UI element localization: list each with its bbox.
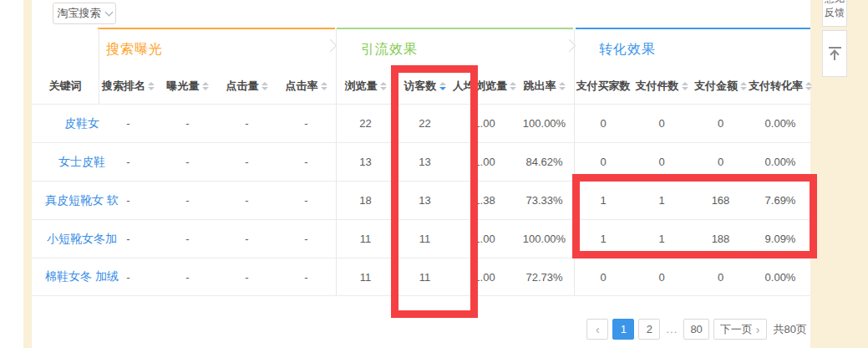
keyword-link: 女士皮鞋 xyxy=(58,155,105,170)
sort-icon[interactable] xyxy=(682,82,688,90)
highlight-box-conversion-rows xyxy=(572,174,817,258)
cell: 13 xyxy=(336,156,395,168)
cell: 0 xyxy=(691,271,750,284)
sort-icon[interactable] xyxy=(321,82,327,90)
cell: 0 xyxy=(574,156,632,168)
cell: - xyxy=(277,233,336,245)
channel-dropdown-value: 淘宝搜索 xyxy=(58,6,101,21)
group-divider-chevron-icon xyxy=(324,39,338,53)
keyword-link: 皮鞋女 xyxy=(64,116,99,131)
cell: - xyxy=(217,271,277,284)
cell: 73.33% xyxy=(515,194,574,207)
cell: - xyxy=(277,117,336,130)
cell: 0 xyxy=(632,117,691,130)
keyword-link: 棉鞋女冬 加绒 xyxy=(45,269,119,284)
highlight-box-visitors-column xyxy=(391,65,478,318)
page: 淘宝搜索 搜索曝光 引流效果 转化效果 关键词 搜索排名 曝光量 点击量 点击率… xyxy=(0,0,868,348)
cell: - xyxy=(158,194,217,207)
group-line-conversion-effect xyxy=(576,28,810,29)
keyword-link: 真皮短靴女 软 xyxy=(45,193,119,208)
back-to-top-button[interactable] xyxy=(822,30,847,77)
page-ellipsis: ... xyxy=(664,323,679,335)
next-page-button[interactable]: 下一页 › xyxy=(713,319,767,340)
sort-icon[interactable] xyxy=(380,82,387,90)
cell: - xyxy=(217,194,277,207)
sort-icon[interactable] xyxy=(261,82,268,90)
cell: 0 xyxy=(691,117,750,130)
cell: 0 xyxy=(574,271,632,284)
header-pageviews[interactable]: 浏览量 xyxy=(336,79,395,94)
cell: 0 xyxy=(632,156,691,168)
group-label-search-exposure: 搜索曝光 xyxy=(106,41,163,59)
chevron-down-icon xyxy=(104,8,113,17)
left-gutter xyxy=(0,0,23,348)
pagination: ‹ 1 2 ... 80 下一页 › 共80页 xyxy=(586,319,807,340)
keyword-link-cell[interactable]: 棉鞋女冬 加绒 xyxy=(32,258,99,295)
prev-page-button[interactable]: ‹ xyxy=(586,319,608,340)
cell: 0.00% xyxy=(750,271,810,284)
cell: 0 xyxy=(691,156,750,168)
page-button-1[interactable]: 1 xyxy=(612,319,634,340)
header-bounce-rate[interactable]: 跳出率 xyxy=(515,79,574,94)
feedback-button[interactable]: 意见 反馈 xyxy=(822,0,847,27)
sort-icon[interactable] xyxy=(202,82,209,90)
chevron-right-icon: › xyxy=(756,323,760,336)
header-clicks[interactable]: 点击量 xyxy=(217,79,277,94)
page-button-2[interactable]: 2 xyxy=(638,319,660,340)
cell: 84.62% xyxy=(515,156,574,168)
cell: - xyxy=(217,233,277,245)
page-total-label: 共80页 xyxy=(774,322,807,337)
cell: 11 xyxy=(336,271,395,284)
cell: 0 xyxy=(574,117,632,130)
cell: 100.00% xyxy=(515,233,574,245)
cell: - xyxy=(277,271,336,284)
sort-icon[interactable] xyxy=(740,82,747,90)
header-paid-buyers: 支付买家数 xyxy=(574,79,632,94)
group-line-traffic-effect xyxy=(337,28,573,29)
group-line-search-exposure xyxy=(98,28,335,29)
keyword-link: 小短靴女冬加 xyxy=(47,232,117,247)
cell: 11 xyxy=(336,233,395,245)
back-to-top-icon xyxy=(829,47,841,61)
header-conversion-rate[interactable]: 支付转化率 xyxy=(750,79,810,94)
chevron-left-icon: ‹ xyxy=(596,323,600,336)
cell: 72.73% xyxy=(515,271,574,284)
keyword-link-cell[interactable]: 皮鞋女 xyxy=(32,105,99,142)
cell: - xyxy=(158,271,217,284)
cell: - xyxy=(277,156,336,168)
cell: - xyxy=(99,156,158,168)
cell: 0 xyxy=(632,271,691,284)
group-label-traffic-effect: 引流效果 xyxy=(361,41,418,59)
cell: - xyxy=(217,156,277,168)
cell: - xyxy=(158,156,217,168)
keyword-link-cell[interactable]: 小短靴女冬加 xyxy=(32,220,99,258)
cell: 100.00% xyxy=(515,117,574,130)
header-paid-amount[interactable]: 支付金额 xyxy=(691,79,750,94)
cell: 22 xyxy=(336,117,395,130)
cell: 0.00% xyxy=(750,117,810,130)
sort-icon[interactable] xyxy=(148,82,155,90)
cell: - xyxy=(158,233,217,245)
channel-dropdown[interactable]: 淘宝搜索 xyxy=(53,3,116,24)
cell: 0.00% xyxy=(750,156,810,168)
cell: 18 xyxy=(336,194,395,207)
header-keyword: 关键词 xyxy=(32,79,99,94)
cell: - xyxy=(277,194,336,207)
header-impressions[interactable]: 曝光量 xyxy=(158,79,217,94)
keyword-link-cell[interactable]: 女士皮鞋 xyxy=(32,143,99,181)
cell: - xyxy=(217,117,277,130)
keyword-link-cell[interactable]: 真皮短靴女 软 xyxy=(32,182,99,219)
sort-icon[interactable] xyxy=(805,82,812,90)
cell: - xyxy=(158,117,217,130)
header-search-rank[interactable]: 搜索排名 xyxy=(99,79,158,94)
group-label-conversion-effect: 转化效果 xyxy=(599,41,656,59)
sort-icon[interactable] xyxy=(559,82,566,90)
header-ctr[interactable]: 点击率 xyxy=(277,79,336,94)
header-paid-items[interactable]: 支付件数 xyxy=(632,79,691,94)
page-button-80[interactable]: 80 xyxy=(683,319,708,340)
cell: - xyxy=(99,117,158,130)
